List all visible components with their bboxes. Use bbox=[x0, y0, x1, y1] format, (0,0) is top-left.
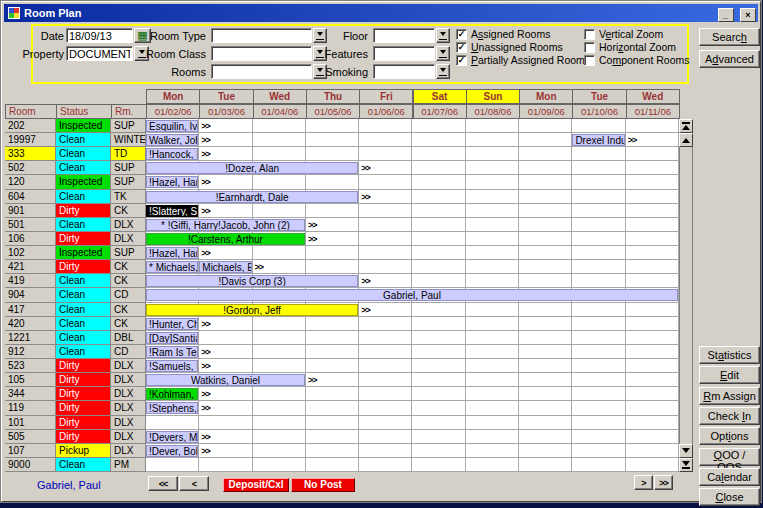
room-number-cell[interactable]: 419 bbox=[5, 274, 56, 288]
page-back-all-button[interactable]: << bbox=[148, 476, 178, 491]
day-cells-area[interactable]: !Hunter, Cha>> bbox=[146, 317, 679, 331]
day-cells-area[interactable]: !Earnhardt, Dale>> bbox=[146, 190, 679, 204]
minimize-button[interactable]: _ bbox=[718, 8, 734, 22]
rm-assign-button[interactable]: Rm Assign bbox=[699, 387, 760, 405]
day-cells-area[interactable] bbox=[146, 458, 679, 472]
day-cells-area[interactable]: Gabriel, Paul bbox=[146, 288, 679, 302]
unchecked-checkbox-icon[interactable] bbox=[584, 29, 595, 40]
room-number-cell[interactable]: 101 bbox=[5, 416, 56, 430]
reservation-hazel-harri[interactable]: !Hazel, Harri bbox=[146, 247, 198, 259]
scroll-down-button[interactable] bbox=[679, 444, 693, 458]
floor-input[interactable] bbox=[373, 28, 435, 43]
day-cells-area[interactable]: !Hancock, Ha>> bbox=[146, 147, 679, 161]
reservation-michaels-ed[interactable]: Michaels, Ed bbox=[199, 261, 251, 273]
reservation-earnhardt-dale[interactable]: !Earnhardt, Dale bbox=[146, 191, 358, 203]
day-cells-area[interactable]: !Samuels, P>> bbox=[146, 359, 679, 373]
smoking-input[interactable] bbox=[373, 64, 435, 79]
reservation-drexel-indus[interactable]: Drexel Indus bbox=[572, 134, 624, 146]
reservation-davis-corp-3[interactable]: !Davis Corp (3) bbox=[146, 275, 358, 287]
reservation-dever-bob[interactable]: !Dever, Bob bbox=[146, 445, 198, 457]
vertical-scrollbar[interactable] bbox=[679, 119, 693, 472]
room-number-cell[interactable]: 105 bbox=[5, 373, 56, 387]
room-number-cell[interactable]: 420 bbox=[5, 317, 56, 331]
scroll-top-button[interactable] bbox=[679, 119, 693, 133]
day-cells-area[interactable]: !Hazel, Harri>> bbox=[146, 246, 679, 260]
reservation-slattery-sea[interactable]: !Slattery, Sea bbox=[146, 205, 198, 217]
room-number-cell[interactable]: 901 bbox=[5, 204, 56, 218]
reservation-hazel-harri[interactable]: !Hazel, Harri bbox=[146, 176, 198, 188]
reservation-hunter-cha[interactable]: !Hunter, Cha bbox=[146, 318, 198, 330]
room-number-cell[interactable]: 106 bbox=[5, 232, 56, 246]
check-in-button[interactable]: Check In bbox=[699, 407, 760, 425]
room-number-cell[interactable]: 202 bbox=[5, 119, 56, 133]
search-button[interactable]: Search bbox=[699, 28, 760, 46]
room-number-cell[interactable]: 1221 bbox=[5, 331, 56, 345]
room-number-cell[interactable]: 523 bbox=[5, 359, 56, 373]
day-cells-area[interactable]: Esquilin, Ivor>> bbox=[146, 119, 679, 133]
room-number-cell[interactable]: 19997 bbox=[5, 133, 56, 147]
room-number-cell[interactable]: 9000 bbox=[5, 458, 56, 472]
options-button[interactable]: Options bbox=[699, 427, 760, 445]
reservation-stephens-r[interactable]: !Stephens, R bbox=[146, 402, 198, 414]
day-cells-area[interactable]: !Dever, Bob>> bbox=[146, 444, 679, 458]
room-number-cell[interactable]: 333 bbox=[5, 147, 56, 161]
reservation-watkins-daniel[interactable]: Watkins, Daniel bbox=[146, 374, 305, 386]
date-input[interactable] bbox=[66, 28, 133, 43]
room-number-cell[interactable]: 102 bbox=[5, 246, 56, 260]
reservation-carstens-arthur[interactable]: !Carstens, Arthur bbox=[146, 233, 305, 245]
room-number-cell[interactable]: 120 bbox=[5, 175, 56, 189]
day-cells-area[interactable]: !Ram Is Tes>> bbox=[146, 345, 679, 359]
checkbox-assigned-rooms[interactable]: ✓Assigned Rooms bbox=[456, 28, 550, 40]
edit-button[interactable]: Edit bbox=[699, 366, 760, 384]
deposit-cxl-button[interactable]: Deposit/Cxl bbox=[223, 478, 289, 492]
day-cells-area[interactable]: !Dozer, Alan>> bbox=[146, 161, 679, 175]
reservation-ram-is-tes[interactable]: !Ram Is Tes bbox=[146, 346, 198, 358]
reservation-gabriel-paul[interactable]: Gabriel, Paul bbox=[146, 289, 678, 301]
scroll-bottom-button[interactable] bbox=[679, 458, 693, 472]
day-cells-area[interactable]: !Gordon, Jeff>> bbox=[146, 303, 679, 317]
features-input[interactable] bbox=[373, 46, 435, 61]
checked-checkbox-icon[interactable]: ✓ bbox=[456, 42, 467, 53]
day-cells-area[interactable]: Watkins, Daniel>> bbox=[146, 373, 679, 387]
day-cells-area[interactable]: !Hazel, Harri>> bbox=[146, 175, 679, 189]
day-cells-area[interactable]: Walker, John>>Drexel Indus>> bbox=[146, 133, 679, 147]
rooms-input[interactable] bbox=[211, 64, 312, 79]
room-number-cell[interactable]: 344 bbox=[5, 387, 56, 401]
day-cells-area[interactable]: !Davis Corp (3)>> bbox=[146, 274, 679, 288]
checked-checkbox-icon[interactable]: ✓ bbox=[456, 55, 467, 66]
day-cells-area[interactable]: * !Giffi, Harry!Jacob, John (2)>> bbox=[146, 218, 679, 232]
page-forward-all-button[interactable]: >> bbox=[654, 475, 673, 490]
day-cells-area[interactable]: !Kohlman, Jo>> bbox=[146, 387, 679, 401]
day-cells-area[interactable]: !Carstens, Arthur>> bbox=[146, 232, 679, 246]
day-cells-area[interactable]: !Devers, Mar>> bbox=[146, 430, 679, 444]
room-number-cell[interactable]: 912 bbox=[5, 345, 56, 359]
room-number-cell[interactable]: 501 bbox=[5, 218, 56, 232]
reservation-esquilin-ivor[interactable]: Esquilin, Ivor bbox=[146, 120, 198, 132]
checkbox-vertical-zoom[interactable]: Vertical Zoom bbox=[584, 28, 663, 40]
scroll-up-button[interactable] bbox=[679, 133, 693, 147]
reservation-giffi-harry-jacob-john-2[interactable]: * !Giffi, Harry!Jacob, John (2) bbox=[146, 219, 305, 231]
day-cells-area[interactable] bbox=[146, 416, 679, 430]
room-number-cell[interactable]: 417 bbox=[5, 303, 56, 317]
reservation-day-santiag[interactable]: [Day]Santiag bbox=[146, 332, 198, 344]
features-dropdown-button[interactable] bbox=[436, 46, 450, 61]
unchecked-checkbox-icon[interactable] bbox=[584, 55, 595, 66]
room-number-cell[interactable]: 107 bbox=[5, 444, 56, 458]
reservation-walker-john[interactable]: Walker, John bbox=[146, 134, 198, 146]
reservation-devers-mar[interactable]: !Devers, Mar bbox=[146, 431, 198, 443]
reservation-kohlman-jo[interactable]: !Kohlman, Jo bbox=[146, 388, 198, 400]
room-type-input[interactable] bbox=[211, 28, 312, 43]
checkbox-component-rooms[interactable]: Component Rooms bbox=[584, 54, 689, 66]
close-window-button[interactable]: × bbox=[740, 8, 756, 22]
reservation-dozer-alan[interactable]: !Dozer, Alan bbox=[146, 162, 358, 174]
checkbox-unassigned-rooms[interactable]: ✓Unassigned Rooms bbox=[456, 41, 563, 53]
room-number-cell[interactable]: 421 bbox=[5, 260, 56, 274]
day-cells-area[interactable]: [Day]Santiag bbox=[146, 331, 679, 345]
page-forward-button[interactable]: > bbox=[634, 475, 653, 490]
statistics-button[interactable]: Statistics bbox=[699, 346, 760, 364]
property-input[interactable] bbox=[66, 46, 133, 61]
room-class-input[interactable] bbox=[211, 46, 312, 61]
qoo-oos-button[interactable]: QOO / OOS bbox=[699, 448, 760, 466]
checkbox-horizontal-zoom[interactable]: Horizontal Zoom bbox=[584, 41, 676, 53]
room-number-cell[interactable]: 904 bbox=[5, 288, 56, 302]
